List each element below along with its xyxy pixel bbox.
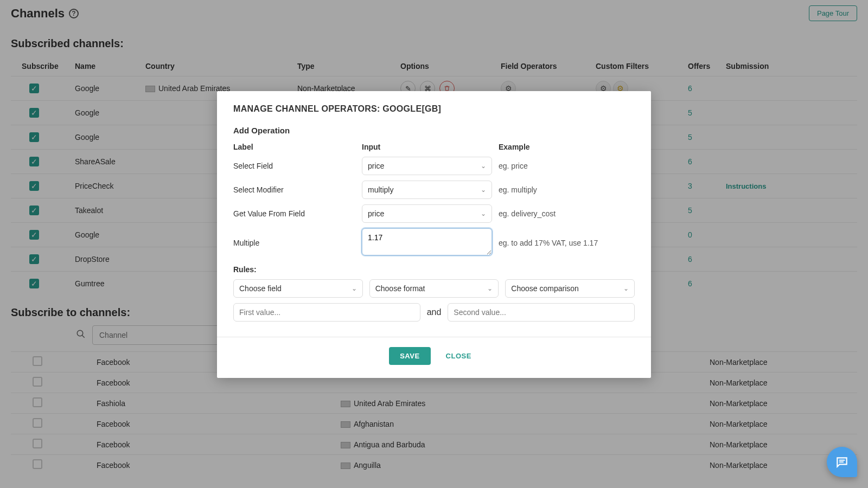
- chevron-down-icon: ⌄: [481, 186, 486, 194]
- modal-separator: [217, 337, 651, 337]
- select-modifier-example: eg. multiply: [499, 185, 635, 194]
- rule-field-dropdown[interactable]: Choose field ⌄: [233, 279, 363, 298]
- chevron-down-icon: ⌄: [481, 162, 486, 170]
- chevron-down-icon: ⌄: [481, 210, 486, 217]
- get-value-value: price: [368, 209, 384, 218]
- rule-field-placeholder: Choose field: [239, 284, 282, 293]
- save-button[interactable]: SAVE: [389, 347, 430, 365]
- select-field-label: Select Field: [233, 162, 355, 170]
- rule-second-value-input[interactable]: [448, 303, 635, 322]
- modal-subtitle: Add Operation: [233, 126, 635, 135]
- select-modifier-dropdown[interactable]: multiply ⌄: [362, 181, 492, 199]
- rule-comparison-placeholder: Choose comparison: [511, 284, 579, 293]
- modal-overlay[interactable]: MANAGE CHANNEL OPERATORS: GOOGLE[GB] Add…: [0, 0, 868, 488]
- select-modifier-value: multiply: [368, 185, 393, 194]
- rule-format-placeholder: Choose format: [375, 284, 425, 293]
- chat-widget-button[interactable]: [827, 447, 857, 477]
- chevron-down-icon: ⌄: [487, 285, 493, 292]
- get-value-label: Get Value From Field: [233, 209, 355, 218]
- close-button[interactable]: CLOSE: [438, 347, 479, 365]
- rule-format-dropdown[interactable]: Choose format ⌄: [369, 279, 499, 298]
- rule-first-value-input[interactable]: [233, 303, 420, 322]
- multiple-label: Multiple: [233, 239, 355, 247]
- operators-modal: MANAGE CHANNEL OPERATORS: GOOGLE[GB] Add…: [217, 91, 651, 378]
- select-modifier-label: Select Modifier: [233, 185, 355, 194]
- multiple-example: eg. to add 17% VAT, use 1.17: [499, 239, 635, 247]
- rule-comparison-dropdown[interactable]: Choose comparison ⌄: [505, 279, 635, 298]
- multiple-input[interactable]: [362, 228, 492, 255]
- chevron-down-icon: ⌄: [623, 285, 629, 292]
- modal-title: MANAGE CHANNEL OPERATORS: GOOGLE[GB]: [233, 104, 635, 114]
- header-input: Input: [362, 143, 492, 151]
- select-field-example: eg. price: [499, 162, 635, 170]
- select-field-value: price: [368, 162, 384, 170]
- rules-label: Rules:: [233, 265, 635, 274]
- header-example: Example: [499, 143, 635, 151]
- rule-and-label: and: [427, 307, 442, 317]
- get-value-dropdown[interactable]: price ⌄: [362, 204, 492, 223]
- get-value-example: eg. delivery_cost: [499, 209, 635, 218]
- select-field-dropdown[interactable]: price ⌄: [362, 157, 492, 175]
- header-label: Label: [233, 143, 355, 151]
- chevron-down-icon: ⌄: [352, 285, 357, 292]
